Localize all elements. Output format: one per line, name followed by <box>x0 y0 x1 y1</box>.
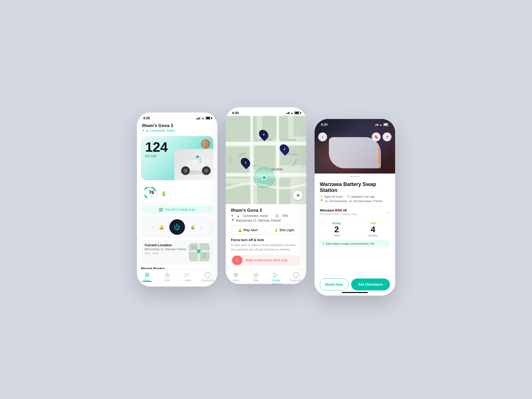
phone-home: 4:20 ▲ Ilham's Gova 3 ✦ ▲ Connected, Act… <box>137 112 217 287</box>
half-range: 50-80% <box>356 234 390 237</box>
nav-ride[interactable]: ◎ Ride <box>157 271 177 282</box>
nav-ride-2[interactable]: ◎ Ride <box>246 271 266 282</box>
lock-button[interactable]: 🔒 <box>188 222 197 232</box>
battery-icon-1 <box>205 117 211 120</box>
ev-ready-banner: ℹ️ Your EV is ready to go <box>141 205 213 214</box>
ready-label: Ready <box>320 222 354 225</box>
compass-button[interactable]: ✈ <box>293 191 303 200</box>
ride-icon: ◎ <box>165 271 170 278</box>
slide-handle[interactable]: » <box>232 256 242 265</box>
time-1: 4:20 <box>143 116 150 120</box>
signal-icon-sm: ▲ <box>146 129 149 132</box>
half-label: Half <box>356 222 390 225</box>
prev-arrow[interactable]: ‹ <box>152 224 154 230</box>
vehicle-status-1: ✦ ▲ Connected, Active <box>142 129 212 132</box>
location-time: 24m · Now <box>145 252 186 255</box>
bell-button[interactable]: 🔔 <box>157 222 166 232</box>
time-3: 4:20 <box>321 123 328 127</box>
clock-icon: 🕐 <box>346 195 350 198</box>
bookmark-icon: 🔖 <box>374 135 378 139</box>
bss-sub: BSS#810H738A · 6 Battery slots <box>320 213 357 216</box>
svg-rect-23 <box>226 142 306 145</box>
half-stat: Half 4 50-80% <box>356 222 390 237</box>
community-icon-2: ◯ <box>293 271 300 278</box>
status-icons-1: ▲ <box>196 117 211 120</box>
nav-home-2[interactable]: ⊞ Home <box>226 271 246 282</box>
nav-ride-label-2: Ride <box>253 279 259 282</box>
p1-header: Ilham's Gova 3 ✦ ▲ Connected, Active <box>137 121 217 134</box>
book-now-button[interactable]: Book Now <box>320 278 349 290</box>
power-button[interactable]: ⏻ <box>169 219 185 235</box>
bluetooth-icon: ✦ <box>142 129 145 132</box>
double-chevron-icon: » <box>236 258 238 263</box>
signal-2 <box>286 112 289 114</box>
back-button[interactable]: ‹ <box>318 132 327 141</box>
nav-home-label-2: Home <box>232 279 239 282</box>
nav-locate-2[interactable]: ▷ Locate <box>266 271 286 282</box>
expand-icon[interactable]: ⌄ <box>387 210 390 215</box>
locate-icon-2: ▷ <box>274 271 278 278</box>
svg-rect-9 <box>191 246 197 250</box>
p2-vehicle-info: Ilham's Gova 3 ✦ ▲ Connected, Active · 📋… <box>226 204 306 222</box>
dot-sep: · <box>271 214 272 218</box>
get-directions-button[interactable]: Get Directions <box>351 278 390 290</box>
status-icons-2: ▲ <box>286 111 300 115</box>
svg-rect-25 <box>250 116 253 204</box>
svg-rect-10 <box>202 253 207 258</box>
half-count: 4 <box>356 225 390 234</box>
bss-header: Warzawa BSS #8 BSS#810H738A · 6 Battery … <box>320 206 390 218</box>
status-bar-3: 4:20 ▲ <box>315 119 395 128</box>
nav-home[interactable]: ⊞ Home <box>137 271 157 282</box>
scooter-image <box>174 149 213 180</box>
back-icon: ‹ <box>322 135 323 139</box>
svg-point-4 <box>204 169 208 173</box>
hero-card: 124 Km Left <box>141 136 213 180</box>
nav-locate[interactable]: ▷ Locate <box>177 271 197 282</box>
phone-station: 4:20 ▲ ‹ 🔖 <box>315 119 395 296</box>
share-button[interactable]: ↗ <box>383 132 391 141</box>
battery-percent: 76 <box>149 190 154 195</box>
svg-point-12 <box>198 250 200 252</box>
controls-row: ‹ 🔔 ⏻ 🔒 › <box>141 216 213 238</box>
lightning-icon: ⚡ <box>320 195 323 198</box>
p2-bluetooth-icon: ✦ <box>231 214 234 218</box>
nav-community[interactable]: ◯ Community <box>197 271 218 282</box>
ready-range: >80% <box>320 234 354 237</box>
home-icon-2: ⊞ <box>234 271 238 278</box>
nav-community-label: Community <box>201 279 214 282</box>
station-meta: ⚡ Open 24 hours 🕐 Updated 2 min ago <box>320 195 390 198</box>
station-scooter <box>329 137 381 168</box>
location-title: Current Location <box>145 243 186 247</box>
location-map-thumbnail <box>189 243 210 261</box>
map-view[interactable]: Konstruktorska Konstruktorska Domaniewsk… <box>226 116 306 204</box>
location-card[interactable]: Current Location Marynarska 21, Warsaw, … <box>141 240 213 264</box>
location-pin-icon: 📍 <box>231 219 235 222</box>
bookmark-button[interactable]: 🔖 <box>372 132 381 141</box>
battery-widget: 76 % 🔋 <box>141 184 170 203</box>
p2-vehicle-name: Ilham's Gova 3 <box>231 208 301 213</box>
dim-light-button[interactable]: 💡 Dim Light <box>267 225 301 235</box>
bell-alert-icon: 🔔 <box>238 228 242 232</box>
svg-text:Mary...: Mary... <box>252 165 258 167</box>
ride-icon-2: ◎ <box>254 271 258 278</box>
station-name: Warzawa Battery Swap Station <box>320 181 390 193</box>
safety-notice: ℹ Safe battery usage recommended >50 <box>320 240 390 247</box>
slide-to-lock[interactable]: » Slide to force turn off & lock <box>231 255 301 266</box>
updated-time: 🕐 Updated 2 min ago <box>346 195 375 198</box>
slide-text: Slide to force turn off & lock <box>243 258 290 262</box>
signal-1 <box>196 117 201 119</box>
bss-card: Warzawa BSS #8 BSS#810H738A · 6 Battery … <box>320 206 390 247</box>
location-address: Marynarska 21, Warsaw, Poland <box>145 248 186 251</box>
open-hours: ⚡ Open 24 hours <box>320 195 343 198</box>
svg-text:SŁUŻEW...: SŁUŻEW... <box>271 168 284 171</box>
svg-text:Wawa: Wawa <box>229 157 231 163</box>
nav-community-2[interactable]: ◯ Community <box>286 271 307 282</box>
status-bar-2: 4:20 ▲ <box>226 107 306 116</box>
bss-name: Warzawa BSS #8 <box>320 208 357 212</box>
battery-unit: % <box>150 195 152 198</box>
svg-rect-5 <box>200 158 201 163</box>
next-arrow[interactable]: › <box>201 224 202 230</box>
nav-ride-label: Ride <box>164 279 170 282</box>
play-alert-button[interactable]: 🔔 Play Alert <box>231 225 265 235</box>
location-info: Current Location Marynarska 21, Warsaw, … <box>145 243 186 261</box>
